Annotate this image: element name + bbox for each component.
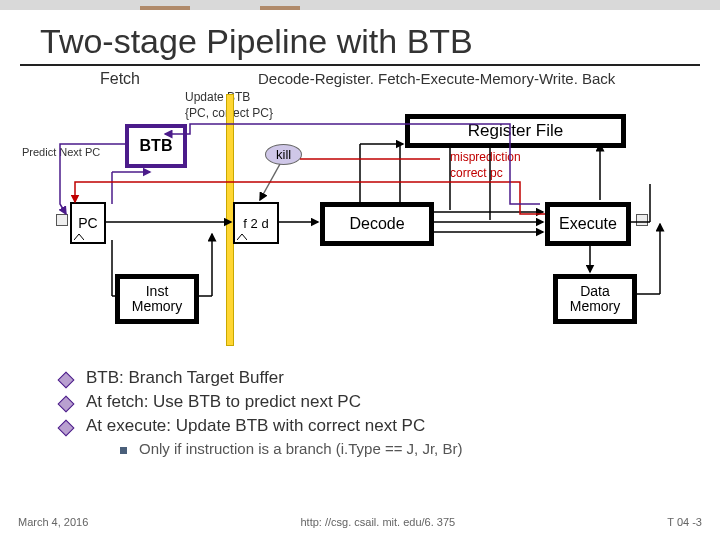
diamond-bullet-icon [58, 372, 75, 389]
footer: March 4, 2016 http: //csg. csail. mit. e… [18, 516, 702, 528]
bullet-text: At fetch: Use BTB to predict next PC [86, 392, 361, 412]
sub-bullet-row: Only if instruction is a branch (i.Type … [120, 440, 680, 457]
bullet-row: At execute: Update BTB with correct next… [60, 416, 680, 436]
bullet-row: BTB: Branch Target Buffer [60, 368, 680, 388]
bullet-row: At fetch: Use BTB to predict next PC [60, 392, 680, 412]
pipeline-diagram: Fetch Decode-Register. Fetch-Execute-Mem… [0, 64, 720, 364]
footer-url: http: //csg. csail. mit. edu/6. 375 [300, 516, 455, 528]
wires-svg [0, 64, 720, 364]
square-bullet-icon [120, 447, 127, 454]
bullet-list: BTB: Branch Target Buffer At fetch: Use … [60, 368, 680, 457]
bullet-text: At execute: Update BTB with correct next… [86, 416, 425, 436]
tab-accent-2 [260, 6, 300, 10]
page-title: Two-stage Pipeline with BTB [40, 22, 473, 61]
footer-date: March 4, 2016 [18, 516, 88, 528]
diamond-bullet-icon [58, 420, 75, 437]
diamond-bullet-icon [58, 396, 75, 413]
sub-bullet-text: Only if instruction is a branch (i.Type … [139, 440, 462, 457]
top-bar [0, 0, 720, 10]
footer-slide: T 04 -3 [667, 516, 702, 528]
bullet-text: BTB: Branch Target Buffer [86, 368, 284, 388]
tab-accent-1 [140, 6, 190, 10]
